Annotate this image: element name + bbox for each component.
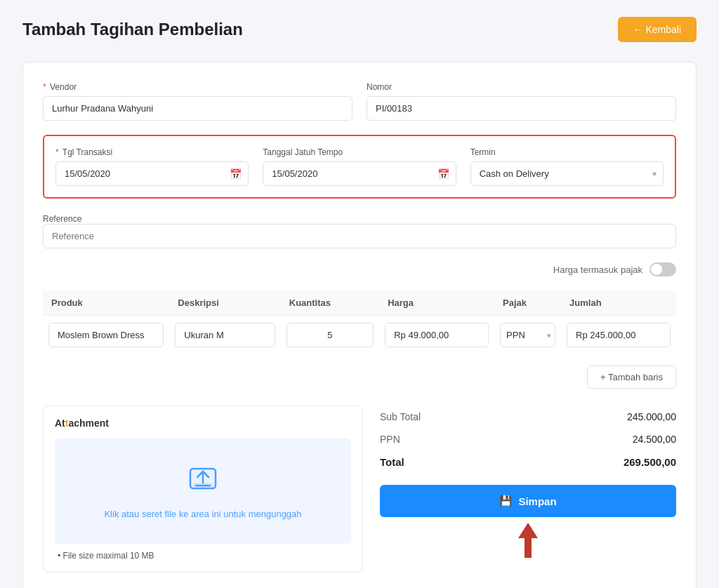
termin-label: Termin (470, 147, 664, 157)
sub-total-label: Sub Total (380, 411, 421, 422)
jumlah-input[interactable] (567, 323, 671, 347)
termin-input[interactable] (470, 161, 664, 186)
arrow-head (518, 523, 538, 538)
page-title: Tambah Tagihan Pembelian (22, 20, 243, 39)
total-value: 269.500,00 (624, 456, 676, 468)
vendor-input[interactable] (43, 96, 352, 121)
table-header-row: Produk Deskripsi Kuantitas Harga Pajak J… (43, 290, 676, 316)
form-card: * Vendor Nomor * Tgl Transaksi (22, 62, 697, 588)
produk-input[interactable] (48, 323, 164, 347)
vendor-required-star: * (43, 82, 46, 92)
tgl-transaksi-label: * Tgl Transaksi (55, 147, 249, 157)
ppn-label: PPN (380, 434, 400, 445)
harga-termasuk-pajak-toggle[interactable] (649, 262, 676, 276)
arrow-tail (525, 538, 532, 558)
date-termin-row: * Tgl Transaksi 📅 Tanggal Jatuh Tempo 📅 (55, 147, 664, 186)
table-row: PPN PPnBM None ▾ (43, 316, 676, 355)
tanggal-jatuh-tempo-label: Tanggal Jatuh Tempo (263, 147, 456, 157)
col-jumlah: Jumlah (561, 290, 676, 316)
reference-row: Reference (43, 213, 676, 248)
total-row: Total 269.500,00 (380, 450, 676, 474)
vendor-label: * Vendor (43, 82, 352, 92)
svg-rect-1 (193, 483, 213, 487)
col-produk: Produk (43, 290, 169, 316)
col-pajak: Pajak (494, 290, 561, 316)
col-deskripsi: Deskripsi (169, 290, 280, 316)
upload-area[interactable]: Klik atau seret file ke area ini untuk m… (55, 439, 351, 544)
date-termin-section: * Tgl Transaksi 📅 Tanggal Jatuh Tempo 📅 (43, 135, 676, 199)
summary-section: Sub Total 245.000,00 PPN 24.500,00 Total… (380, 406, 676, 558)
termin-group: Termin ▾ (470, 147, 664, 186)
page-header: Tambah Tagihan Pembelian ← Kembali (22, 17, 697, 42)
nomor-group: Nomor (367, 82, 676, 121)
harga-input[interactable] (385, 323, 489, 347)
add-row-wrapper: + Tambah baris (43, 366, 676, 389)
col-kuantitas: Kuantitas (281, 290, 379, 316)
summary-rows: Sub Total 245.000,00 PPN 24.500,00 Total… (380, 406, 676, 474)
file-size-note: File size maximal 10 MB (55, 551, 351, 561)
tgl-required-star: * (55, 147, 59, 157)
reference-label: Reference (43, 214, 81, 224)
tanggal-jatuh-tempo-group: Tanggal Jatuh Tempo 📅 (263, 147, 456, 186)
arrow-annotation (380, 523, 676, 558)
product-table: Produk Deskripsi Kuantitas Harga Pajak J… (43, 290, 676, 354)
simpan-button[interactable]: 💾 Simpan (380, 485, 676, 517)
add-row-button[interactable]: + Tambah baris (587, 366, 676, 389)
tgl-transaksi-input-wrapper: 📅 (55, 161, 249, 186)
upload-text: Klik atau seret file ke area ini untuk m… (104, 509, 301, 519)
sub-total-value: 245.000,00 (627, 411, 676, 422)
calendar-icon: 📅 (230, 168, 242, 180)
ppn-value: 24.500,00 (633, 434, 676, 445)
pajak-select[interactable]: PPN PPnBM None (500, 323, 555, 347)
kuantitas-input[interactable] (286, 323, 374, 347)
back-button[interactable]: ← Kembali (618, 17, 697, 42)
tanggal-jatuh-tempo-input-wrapper: 📅 (263, 161, 456, 186)
nomor-input[interactable] (367, 96, 676, 121)
toggle-label: Harga termasuk pajak (553, 265, 642, 275)
total-label: Total (380, 456, 404, 468)
bottom-section: Attachment Klik atau seret file ke area … (43, 406, 676, 573)
nomor-label: Nomor (367, 82, 676, 92)
tgl-transaksi-group: * Tgl Transaksi 📅 (55, 147, 249, 186)
upload-icon (187, 463, 218, 500)
ppn-row: PPN 24.500,00 (380, 428, 676, 450)
calendar-icon-2: 📅 (437, 168, 449, 180)
vendor-group: * Vendor (43, 82, 352, 121)
attachment-box: Attachment Klik atau seret file ke area … (43, 406, 363, 573)
toggle-row: Harga termasuk pajak (43, 262, 676, 276)
save-icon: 💾 (499, 495, 513, 507)
simpan-label: Simpan (518, 495, 556, 507)
tanggal-jatuh-tempo-input[interactable] (263, 161, 456, 186)
sub-total-row: Sub Total 245.000,00 (380, 406, 676, 428)
col-harga: Harga (379, 290, 494, 316)
attachment-title: Attachment (55, 417, 351, 429)
termin-select-wrapper: ▾ (470, 161, 664, 186)
deskripsi-input[interactable] (175, 323, 275, 347)
attachment-title-accent: t (65, 417, 69, 429)
reference-input[interactable] (43, 224, 676, 248)
tgl-transaksi-input[interactable] (55, 161, 249, 186)
vendor-nomor-row: * Vendor Nomor (43, 82, 676, 121)
